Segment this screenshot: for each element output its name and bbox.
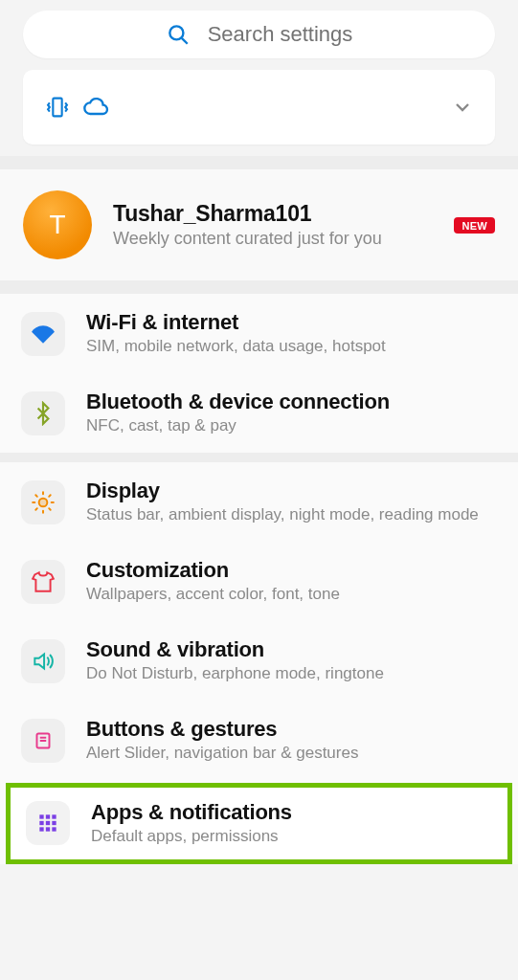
brightness-icon — [31, 490, 56, 515]
row-title: Apps & notifications — [91, 800, 490, 825]
setting-row-sound-vibration[interactable]: Sound & vibration Do Not Disturb, earpho… — [0, 621, 518, 701]
search-settings-bar[interactable]: Search settings — [23, 11, 495, 58]
row-subtitle: SIM, mobile network, data usage, hotspot — [86, 336, 495, 357]
row-subtitle: Alert Slider, navigation bar & gestures — [86, 743, 495, 764]
avatar-initial: T — [49, 210, 65, 240]
bluetooth-icon — [31, 401, 56, 426]
quick-status-card[interactable] — [23, 70, 495, 145]
row-title: Bluetooth & device connection — [86, 390, 495, 414]
row-subtitle: Do Not Disturb, earphone mode, ringtone — [86, 663, 495, 684]
svg-rect-16 — [46, 814, 50, 818]
setting-row-buttons-gestures[interactable]: Buttons & gestures Alert Slider, navigat… — [0, 701, 518, 780]
svg-point-0 — [169, 26, 183, 39]
chevron-down-icon — [451, 96, 474, 119]
svg-point-3 — [39, 498, 48, 506]
vibrate-icon — [44, 94, 71, 121]
row-title: Display — [86, 479, 495, 503]
setting-row-display[interactable]: Display Status bar, ambient display, nig… — [0, 462, 518, 542]
svg-rect-2 — [53, 99, 61, 117]
search-icon — [166, 22, 191, 47]
svg-line-10 — [35, 508, 37, 510]
setting-row-wifi-internet[interactable]: Wi-Fi & internet SIM, mobile network, da… — [0, 294, 518, 373]
svg-rect-19 — [46, 821, 50, 825]
svg-line-1 — [181, 38, 187, 44]
svg-rect-22 — [46, 827, 50, 831]
speaker-icon — [31, 649, 56, 674]
search-placeholder: Search settings — [208, 22, 353, 47]
profile-subtitle: Weekly content curated just for you — [113, 229, 433, 249]
svg-rect-15 — [39, 814, 43, 818]
new-badge: NEW — [454, 217, 495, 234]
svg-line-8 — [35, 495, 37, 497]
avatar: T — [23, 190, 92, 259]
wifi-icon — [31, 322, 56, 346]
setting-row-bluetooth[interactable]: Bluetooth & device connection NFC, cast,… — [0, 373, 518, 453]
row-subtitle: Wallpapers, accent color, font, tone — [86, 584, 495, 605]
row-title: Wi-Fi & internet — [86, 310, 495, 335]
svg-line-11 — [49, 495, 51, 497]
setting-row-apps-notifications[interactable]: Apps & notifications Default apps, permi… — [6, 783, 512, 864]
row-subtitle: Default apps, permissions — [91, 826, 490, 847]
setting-row-customization[interactable]: Customization Wallpapers, accent color, … — [0, 542, 518, 621]
svg-rect-17 — [52, 814, 56, 818]
svg-rect-23 — [52, 827, 56, 831]
shirt-icon — [31, 569, 56, 594]
svg-rect-18 — [39, 821, 43, 825]
account-profile-row[interactable]: T Tushar_Sharma101 Weekly content curate… — [0, 169, 518, 280]
cloud-icon — [82, 94, 109, 121]
row-subtitle: Status bar, ambient display, night mode,… — [86, 504, 495, 525]
apps-grid-icon — [35, 811, 60, 835]
gesture-icon — [31, 728, 56, 753]
row-title: Customization — [86, 558, 495, 583]
row-title: Sound & vibration — [86, 637, 495, 662]
svg-rect-20 — [52, 821, 56, 825]
row-title: Buttons & gestures — [86, 717, 495, 742]
svg-line-9 — [49, 508, 51, 510]
row-subtitle: NFC, cast, tap & pay — [86, 415, 495, 436]
svg-rect-21 — [39, 827, 43, 831]
profile-name: Tushar_Sharma101 — [113, 201, 433, 227]
